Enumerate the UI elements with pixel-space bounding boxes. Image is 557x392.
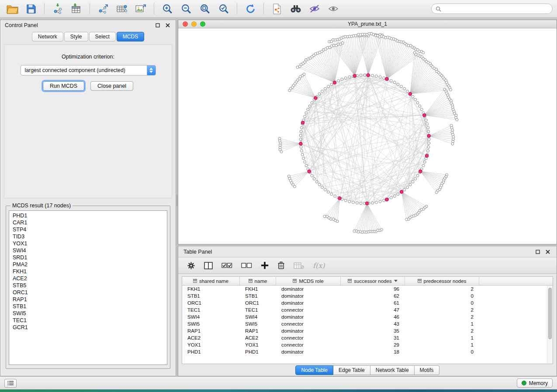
window-close-button[interactable] — [183, 21, 188, 27]
search-binoculars-icon — [290, 4, 302, 14]
save-button[interactable] — [23, 2, 39, 16]
global-search-field[interactable] — [431, 3, 553, 14]
zoom-fit-button[interactable] — [197, 2, 213, 16]
cell-successors: 31 — [341, 335, 405, 340]
show-graphics-button[interactable] — [325, 2, 341, 16]
table-row[interactable]: RAP1RAP1dominator352 — [182, 327, 553, 334]
cell-successors: 43 — [341, 321, 405, 327]
mcds-result-list[interactable]: PHD1CAR1STP4TID3YOX1SWI4SRD1PMA2FKH1ACE2… — [9, 210, 167, 365]
table-row[interactable]: SWI4SWI4dominator462 — [182, 313, 553, 320]
close-panel-push-button[interactable]: Close panel — [90, 81, 133, 91]
zoom-in-button[interactable] — [159, 2, 175, 16]
export-document-button[interactable] — [269, 2, 285, 16]
float-icon — [156, 23, 160, 28]
memory-button[interactable]: Memory — [517, 378, 553, 388]
column-label: successor nodes — [354, 279, 391, 284]
tab-style[interactable]: Style — [64, 32, 88, 41]
delete-column-button[interactable] — [277, 261, 285, 270]
column-header-shared-name[interactable]: shared name — [182, 277, 240, 285]
mcds-result-item[interactable]: TEC1 — [9, 317, 167, 324]
column-header-predecessor-nodes[interactable]: predecessor nodes — [405, 277, 479, 285]
panel-splitter[interactable] — [176, 18, 178, 376]
status-menu-button[interactable] — [4, 379, 17, 388]
mcds-result-item[interactable]: RAP1 — [9, 296, 167, 303]
mcds-result-item[interactable]: STP4 — [9, 226, 167, 233]
refresh-button[interactable] — [242, 2, 258, 16]
mcds-result-item[interactable]: PMA2 — [9, 261, 167, 268]
window-zoom-button[interactable] — [200, 21, 205, 27]
tab-motifs[interactable]: Motifs — [415, 365, 439, 375]
table-row[interactable]: YOX1YOX1connector291 — [182, 341, 553, 348]
mcds-result-item[interactable]: SWI4 — [9, 247, 167, 254]
table-row[interactable]: FKH1FKH1dominator962 — [182, 285, 553, 292]
close-table-panel-button[interactable] — [544, 248, 551, 255]
mcds-result-item[interactable]: PHD1 — [9, 212, 167, 219]
mcds-tab-content: Optimization criterion: largest connecte… — [4, 45, 172, 198]
network-table-icon — [116, 3, 128, 14]
table-row[interactable]: SWI5SWI5connector431 — [182, 320, 553, 327]
sort-chevron-icon — [394, 280, 398, 282]
gear-icon — [187, 261, 195, 270]
float-panel-button[interactable] — [154, 22, 161, 29]
zoom-selected-button[interactable] — [216, 2, 232, 16]
import-network-button[interactable] — [50, 2, 66, 16]
mcds-result-item[interactable]: GCR1 — [9, 324, 167, 331]
hide-graphics-button[interactable] — [307, 2, 322, 16]
column-type-icon — [249, 279, 253, 283]
table-row[interactable]: STB1STB1dominator620 — [182, 292, 553, 299]
mcds-result-item[interactable]: ACE2 — [9, 275, 167, 282]
table-scrollbar[interactable] — [547, 285, 553, 364]
table-row[interactable]: PHD1PHD1dominator180 — [182, 348, 553, 355]
tab-network-table[interactable]: Network Table — [370, 365, 415, 375]
tab-select[interactable]: Select — [89, 32, 116, 41]
optimization-criterion-label: Optimization criterion: — [62, 54, 114, 60]
import-table-button[interactable] — [69, 2, 84, 16]
mcds-result-item[interactable]: YOX1 — [9, 240, 167, 247]
tab-network[interactable]: Network — [32, 32, 63, 41]
run-mcds-button[interactable]: Run MCDS — [43, 81, 84, 91]
scrollbar-thumb[interactable] — [548, 288, 552, 339]
export-network-button[interactable] — [95, 2, 111, 16]
search-input[interactable] — [443, 6, 548, 12]
network-canvas[interactable] — [178, 28, 557, 244]
zoom-out-icon — [181, 3, 192, 14]
table-row[interactable]: ORC1ORC1dominator610 — [182, 299, 553, 306]
mcds-result-item[interactable]: TID3 — [9, 233, 167, 240]
column-header-name[interactable]: name — [240, 277, 276, 285]
tab-node-table[interactable]: Node Table — [295, 365, 333, 375]
table-settings-button[interactable] — [187, 261, 195, 270]
cell-name: TEC1 — [240, 307, 276, 313]
zoom-out-button[interactable] — [178, 2, 194, 16]
tab-edge-table[interactable]: Edge Table — [333, 365, 370, 375]
mcds-result-item[interactable]: STB1 — [9, 303, 167, 310]
show-columns-button[interactable] — [204, 262, 213, 269]
mcds-result-item[interactable]: SRD1 — [9, 254, 167, 261]
column-type-icon — [193, 279, 197, 283]
tab-mcds[interactable]: MCDS — [117, 32, 144, 41]
float-table-panel-button[interactable] — [534, 248, 541, 255]
window-minimize-button[interactable] — [191, 21, 197, 27]
open-file-button[interactable] — [4, 2, 20, 16]
network-graph[interactable] — [178, 28, 557, 244]
close-icon — [546, 250, 550, 254]
search-network-button[interactable] — [288, 2, 304, 16]
criterion-dropdown[interactable]: largest connected component (undirected) — [21, 65, 156, 76]
splitter-handle[interactable] — [176, 195, 178, 206]
unselect-all-button[interactable] — [241, 262, 252, 268]
mcds-result-item[interactable]: FKH1 — [9, 268, 167, 275]
close-panel-button[interactable] — [164, 22, 171, 29]
cell-predecessors: 1 — [405, 321, 479, 327]
mcds-result-item[interactable]: SWI5 — [9, 310, 167, 317]
column-header-MCDS-role[interactable]: MCDS role — [276, 277, 341, 285]
mcds-result-item[interactable]: ORC1 — [9, 289, 167, 296]
mcds-result-item[interactable]: STB5 — [9, 282, 167, 289]
export-image-button[interactable] — [133, 2, 149, 16]
column-header-successor-nodes[interactable]: successor nodes — [341, 277, 405, 285]
table-row[interactable]: ACE2ACE2connector311 — [182, 334, 553, 341]
show-eye-icon — [328, 4, 339, 14]
export-table-button[interactable] — [114, 2, 130, 16]
add-column-button[interactable] — [261, 261, 269, 269]
table-row[interactable]: TEC1TEC1connector472 — [182, 306, 553, 313]
mcds-result-item[interactable]: CAR1 — [9, 219, 167, 226]
select-all-button[interactable] — [221, 262, 232, 268]
